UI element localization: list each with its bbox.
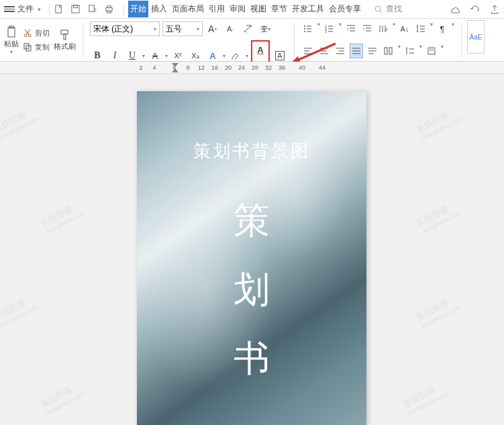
tab-dev-tools[interactable]: 开发工具 [290, 1, 326, 17]
char-border-button[interactable]: A [272, 48, 287, 63]
increase-indent-button[interactable] [360, 21, 374, 36]
svg-text:3: 3 [325, 29, 327, 34]
align-distribute-button[interactable] [366, 44, 379, 58]
print-icon[interactable] [104, 4, 114, 14]
font-group: 宋体 (正文)▾ 五号▾ A+ A- 变▾ B I U▾ A▾ X² X₂ A▾… [89, 20, 289, 60]
tab-insert[interactable]: 插入 [149, 1, 169, 17]
search-label: 查找 [386, 3, 402, 15]
ruler-tick: 40 [295, 64, 309, 71]
ruler[interactable]: 2 4 6 8 12 16 20 24 28 32 36 40 44 [0, 62, 504, 74]
numbering-button[interactable]: 123 [323, 21, 336, 36]
new-doc-icon[interactable] [54, 4, 64, 14]
document-area[interactable]: 系统部落xitongbuluo.com 系统部落xitongbuluo.com … [0, 74, 504, 425]
svg-rect-57 [385, 48, 387, 54]
font-size-select[interactable]: 五号▾ [162, 21, 203, 36]
cloud-sync-icon[interactable] [449, 4, 460, 15]
shading-button[interactable] [425, 44, 438, 58]
print-preview-icon[interactable] [87, 4, 97, 14]
styles-gallery[interactable]: AaE [467, 20, 485, 54]
doc-vertical-title[interactable]: 策 划 书 [234, 196, 270, 383]
format-painter-button[interactable]: 格式刷 [54, 28, 76, 52]
font-name-select[interactable]: 宋体 (正文)▾ [90, 21, 160, 36]
svg-rect-6 [107, 11, 111, 13]
bullets-button[interactable] [301, 21, 315, 36]
save-icon[interactable] [70, 4, 81, 14]
ruler-tick: 44 [315, 64, 329, 71]
svg-rect-15 [61, 30, 68, 34]
bold-button[interactable]: B [90, 48, 105, 63]
grow-font-button[interactable]: A+ [205, 21, 220, 36]
underline-button[interactable]: U [125, 48, 140, 63]
align-left-button[interactable] [301, 44, 315, 58]
search-box[interactable]: 查找 [374, 3, 402, 15]
align-center-button[interactable] [317, 44, 331, 58]
svg-point-11 [24, 34, 27, 37]
svg-rect-2 [74, 5, 78, 8]
ruler-tick: 16 [208, 64, 221, 71]
ribbon: 粘贴▾ 剪切 复制 格式刷 宋体 (正文)▾ 五号▾ A+ A- 变▾ [0, 19, 504, 62]
ruler-tick: 20 [221, 64, 235, 71]
shrink-font-button[interactable]: A- [223, 21, 238, 36]
svg-point-12 [28, 34, 31, 37]
svg-rect-16 [64, 34, 66, 40]
svg-line-8 [380, 11, 382, 13]
format-painter-label: 格式刷 [54, 42, 76, 52]
tab-references[interactable]: 引用 [207, 1, 227, 17]
superscript-button[interactable]: X² [170, 48, 185, 63]
italic-button[interactable]: I [107, 48, 122, 63]
decrease-indent-button[interactable] [344, 21, 358, 36]
menu-icon[interactable] [4, 6, 15, 12]
search-icon [374, 5, 383, 14]
align-justify-button[interactable] [350, 44, 363, 58]
paste-button[interactable]: 粘贴▾ [4, 25, 19, 55]
ruler-tick: 4 [148, 64, 161, 71]
clear-format-button[interactable] [240, 21, 255, 36]
vert-char: 划 [234, 265, 270, 314]
svg-point-20 [304, 28, 305, 29]
svg-rect-62 [428, 48, 435, 51]
copy-button[interactable]: 复制 [23, 42, 50, 52]
file-dropdown-icon[interactable]: ▾ [38, 6, 41, 13]
tab-view[interactable]: 视图 [248, 1, 268, 17]
align-right-button[interactable] [334, 44, 347, 58]
tab-review[interactable]: 审阅 [228, 1, 248, 17]
subscript-button[interactable]: X₂ [188, 48, 203, 63]
vert-char: 策 [234, 196, 270, 245]
cut-button[interactable]: 剪切 [23, 28, 50, 38]
ruler-tick: 2 [134, 64, 148, 71]
doc-title-text[interactable]: 策划书背景图 [193, 139, 310, 163]
share-icon[interactable] [489, 4, 500, 15]
svg-rect-3 [89, 5, 95, 11]
font-color-button[interactable]: A [253, 42, 268, 57]
tab-page-layout[interactable]: 页面布局 [170, 1, 206, 17]
line-spacing-button[interactable] [414, 21, 427, 36]
document-page[interactable]: 策划书背景图 策 划 书 [137, 91, 366, 425]
tab-start[interactable]: 开始 [128, 1, 148, 17]
font-name-value: 宋体 (正文) [93, 23, 133, 35]
svg-rect-4 [106, 8, 112, 11]
svg-rect-0 [56, 5, 61, 13]
menu-bar: 文件 ▾ 开始 插入 页面布局 引用 审阅 视图 章节 开发工具 会员专享 查找 [0, 0, 504, 19]
quick-access [54, 4, 114, 14]
svg-rect-9 [8, 27, 15, 37]
ruler-tick: 12 [195, 64, 208, 71]
clipboard-group: 粘贴▾ 剪切 复制 格式刷 [3, 20, 77, 60]
copy-label: 复制 [35, 42, 50, 52]
ruler-tick: 6 [168, 64, 181, 71]
tab-chapters[interactable]: 章节 [269, 1, 289, 17]
strikethrough-button[interactable]: A [148, 48, 162, 63]
show-marks-button[interactable]: ¶ [436, 21, 449, 36]
paragraph-group: ▾ 123▾ ▾ A↓ ▾ ¶▾ ▾ ▾ ▾ [300, 20, 456, 60]
spacing-button[interactable] [403, 44, 417, 58]
sort-button[interactable]: A↓ [398, 21, 411, 36]
phonetic-button[interactable]: 变▾ [258, 21, 272, 36]
undo-icon[interactable] [469, 4, 480, 15]
file-menu[interactable]: 文件 [17, 3, 34, 15]
ruler-tick: 28 [248, 64, 262, 71]
tab-vip[interactable]: 会员专享 [327, 1, 363, 17]
text-direction-button[interactable] [376, 21, 390, 36]
vert-char: 书 [234, 335, 270, 383]
highlight-button[interactable] [228, 48, 243, 63]
columns-button[interactable] [382, 44, 395, 58]
text-effects-button[interactable]: A [205, 48, 220, 63]
